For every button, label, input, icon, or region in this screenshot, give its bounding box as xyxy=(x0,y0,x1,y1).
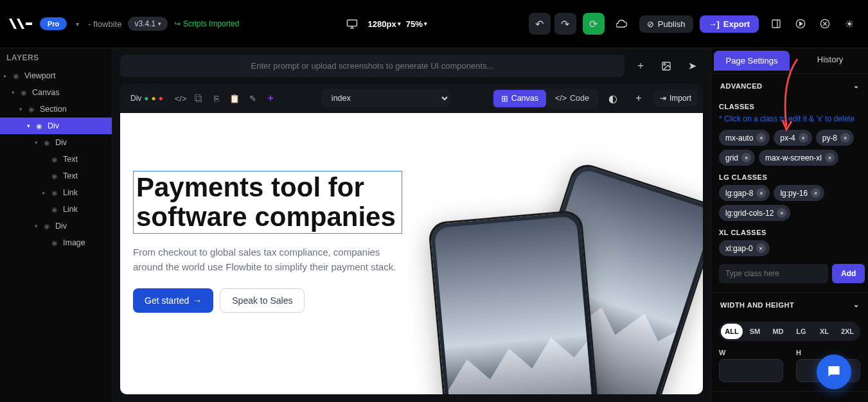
cloud-icon[interactable] xyxy=(611,13,633,35)
tree-row-div[interactable]: ▾◉Div xyxy=(0,218,112,234)
add-class-button[interactable]: Add xyxy=(832,264,865,283)
get-started-button[interactable]: Get started → xyxy=(133,288,213,313)
layers-title: LAYERS xyxy=(0,48,112,67)
publish-button[interactable]: ⊘Publish xyxy=(639,15,693,33)
tree-row-viewport[interactable]: ▸◉Viewport xyxy=(0,67,112,84)
remove-class-icon[interactable]: × xyxy=(811,188,820,198)
tree-row-link[interactable]: ◉Link xyxy=(0,201,112,218)
code-icon[interactable]: </> xyxy=(172,90,189,107)
remove-class-icon[interactable]: × xyxy=(756,188,766,198)
redo-icon[interactable]: ↷ xyxy=(554,13,576,35)
version-pill[interactable]: v3.4.1▾ xyxy=(128,17,168,31)
remove-class-icon[interactable]: × xyxy=(756,243,766,253)
desktop-icon[interactable] xyxy=(341,13,363,35)
view-tabs: ⊞ Canvas </> Code xyxy=(492,89,598,109)
class-chip[interactable]: px-4× xyxy=(774,130,811,146)
selected-element-outline[interactable]: Payments tool for software companies xyxy=(133,171,402,234)
breakpoint-sm[interactable]: SM xyxy=(744,324,766,339)
check-icon: ⊘ xyxy=(647,19,654,29)
remove-class-icon[interactable]: × xyxy=(756,133,766,143)
tree-row-canvas[interactable]: ▾◉Canvas xyxy=(0,84,112,101)
tab-code[interactable]: </> Code xyxy=(547,90,597,107)
class-chip[interactable]: max-w-screen-xl× xyxy=(759,150,838,166)
sync-icon[interactable]: ⟳ xyxy=(583,13,605,35)
tab-history[interactable]: History xyxy=(792,48,868,73)
breakpoint-lg[interactable]: LG xyxy=(790,324,812,339)
send-icon[interactable]: ➤ xyxy=(681,55,703,77)
class-input[interactable] xyxy=(719,264,828,283)
tree-row-text[interactable]: ◉Text xyxy=(0,168,112,184)
width-input[interactable] xyxy=(719,359,783,382)
tree-row-text[interactable]: ◉Text xyxy=(0,151,112,168)
remove-class-icon[interactable]: × xyxy=(799,133,808,143)
chevron-down-icon: ⌄ xyxy=(853,82,860,90)
tree-row-image[interactable]: ◉Image xyxy=(0,234,112,251)
remove-class-icon[interactable]: × xyxy=(840,133,850,143)
hero-image: Samsung Galaxy S21 Samsung Galaxy S21 xyxy=(421,171,691,383)
add-element-icon[interactable]: + xyxy=(262,90,279,107)
top-bar: Pro ▾ - flowbite v3.4.1▾ ↪ Scripts Impor… xyxy=(0,0,868,48)
hero-buttons: Get started → Speak to Sales xyxy=(133,288,402,313)
wh-header[interactable]: WIDTH AND HEIGHT⌄ xyxy=(711,293,868,317)
pro-badge[interactable]: Pro xyxy=(40,17,67,30)
element-badge[interactable]: Div●●● xyxy=(125,92,168,105)
viewport-width[interactable]: 1280px ▾ xyxy=(368,19,401,29)
remove-class-icon[interactable]: × xyxy=(825,153,835,162)
hero-subtitle: From checkout to global sales tax compli… xyxy=(133,245,402,274)
remove-class-icon[interactable]: × xyxy=(741,153,751,162)
chevron-down-icon: ⌄ xyxy=(853,301,860,309)
class-chip[interactable]: lg:gap-8× xyxy=(719,185,770,201)
chat-fab[interactable] xyxy=(817,354,851,389)
tree-row-link[interactable]: ▸◉Link xyxy=(0,184,112,201)
tree-row-section[interactable]: ▾◉Section xyxy=(0,101,112,118)
class-chip[interactable]: lg:py-16× xyxy=(774,185,824,201)
copy-icon[interactable]: ⎘ xyxy=(208,90,225,107)
svg-rect-1 xyxy=(347,20,357,26)
device-controls: 1280px ▾ 75% ▾ xyxy=(341,13,427,35)
class-chip[interactable]: mx-auto× xyxy=(719,130,770,146)
breakpoint-all[interactable]: ALL xyxy=(721,324,743,339)
add-icon[interactable]: ＋ xyxy=(630,55,651,77)
project-name: - flowbite xyxy=(88,19,121,29)
tab-canvas[interactable]: ⊞ Canvas xyxy=(493,90,546,107)
breakpoint-2xl[interactable]: 2XL xyxy=(837,324,858,339)
canvas-frame[interactable]: Payments tool for software companies Fro… xyxy=(120,113,703,394)
dark-mode-icon[interactable]: ◐ xyxy=(602,87,624,109)
class-chip[interactable]: grid× xyxy=(719,150,755,166)
image-icon[interactable] xyxy=(655,55,677,77)
undo-icon[interactable]: ↶ xyxy=(529,13,551,35)
breakpoint-pills: ALLSMMDLGXL2XL xyxy=(719,322,860,341)
import-button[interactable]: ⇥ Import xyxy=(653,90,698,107)
paste-icon[interactable]: 📋 xyxy=(226,90,243,107)
svg-rect-0 xyxy=(26,22,32,25)
close-icon[interactable] xyxy=(814,13,836,35)
class-chip[interactable]: xl:gap-0× xyxy=(719,240,770,256)
hero-left: Payments tool for software companies Fro… xyxy=(133,171,402,383)
class-chip[interactable]: lg:grid-cols-12× xyxy=(719,205,790,221)
chevron-down-icon[interactable]: ▾ xyxy=(73,21,82,28)
export-button[interactable]: →]Export xyxy=(700,15,759,33)
play-icon[interactable] xyxy=(790,13,811,35)
tree-row-div[interactable]: ▾◉Div xyxy=(0,134,112,151)
filename-select[interactable]: index xyxy=(321,89,450,107)
edit-icon[interactable]: ✎ xyxy=(244,90,261,107)
remove-class-icon[interactable]: × xyxy=(777,208,786,218)
speak-sales-button[interactable]: Speak to Sales xyxy=(220,288,305,313)
advanced-header[interactable]: ADVANCED⌄ xyxy=(711,74,868,98)
prompt-input[interactable] xyxy=(120,55,624,77)
svg-rect-2 xyxy=(772,20,780,28)
duplicate-icon[interactable]: ⿻ xyxy=(190,90,207,107)
layers-tree: ▸◉Viewport▾◉Canvas▾◉Section▾◉Div▾◉Div◉Te… xyxy=(0,67,112,402)
panel-icon[interactable] xyxy=(765,13,787,35)
class-chip[interactable]: py-8× xyxy=(816,130,854,146)
undo-redo-group: ↶ ↷ xyxy=(529,13,576,35)
tree-row-div[interactable]: ▾◉Div xyxy=(0,118,112,134)
logo[interactable] xyxy=(8,16,33,31)
theme-icon[interactable]: ☀ xyxy=(838,13,860,35)
breakpoint-md[interactable]: MD xyxy=(767,324,789,339)
tab-page-settings[interactable]: Page Settings xyxy=(714,51,790,71)
plus-icon[interactable]: + xyxy=(628,87,650,109)
prompt-row: ＋ ➤ xyxy=(112,48,711,83)
zoom-level[interactable]: 75% ▾ xyxy=(406,19,427,29)
breakpoint-xl[interactable]: XL xyxy=(813,324,835,339)
